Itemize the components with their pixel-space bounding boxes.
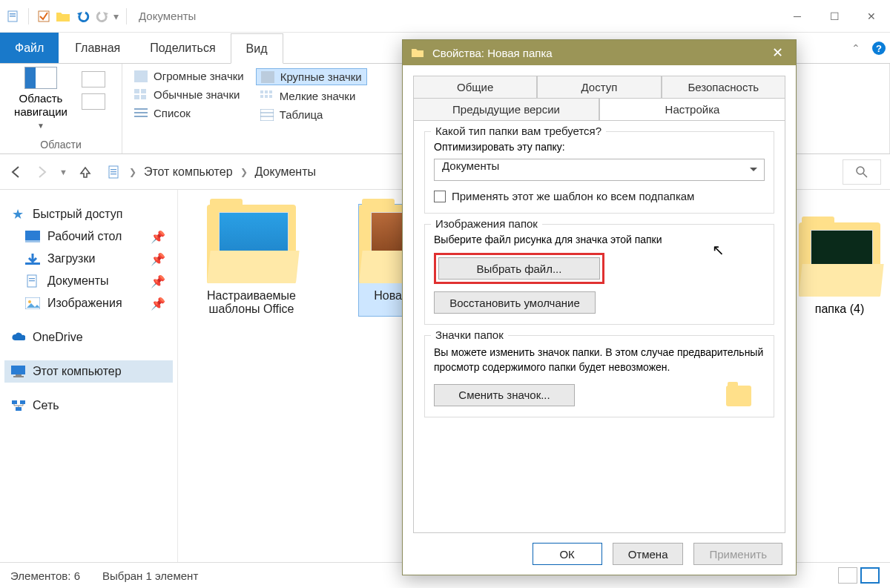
layout-large[interactable]: Крупные значки <box>256 68 367 85</box>
sidebar-onedrive[interactable]: OneDrive <box>4 326 173 348</box>
svg-point-35 <box>28 300 31 303</box>
pictures-icon <box>25 297 40 310</box>
properties-dialog: Свойства: Новая папка ✕ Общие Доступ Без… <box>402 39 797 575</box>
dialog-titlebar[interactable]: Свойства: Новая папка ✕ <box>403 40 796 65</box>
separator <box>126 8 127 24</box>
dialog-title: Свойства: Новая папка <box>432 47 553 59</box>
dialog-tab-security[interactable]: Безопасность <box>662 76 785 98</box>
svg-rect-14 <box>265 90 268 93</box>
dialog-tab-general[interactable]: Общие <box>413 76 537 98</box>
document-icon <box>107 165 122 179</box>
layout-medium[interactable]: Обычные значки <box>130 87 248 102</box>
search-icon <box>856 166 868 178</box>
ok-button[interactable]: ОК <box>533 543 602 565</box>
preview-pane-icon[interactable] <box>82 71 105 87</box>
svg-rect-11 <box>134 116 148 117</box>
tab-home[interactable]: Главная <box>60 33 135 63</box>
tab-share[interactable]: Поделиться <box>135 33 230 63</box>
layout-small[interactable]: Мелкие значки <box>256 88 367 104</box>
layout-list[interactable]: Список <box>130 105 248 121</box>
change-icon-button[interactable]: Сменить значок... <box>434 384 575 406</box>
label: Документы <box>47 274 108 288</box>
folder-icons-desc: Вы можете изменить значок папки. В этом … <box>434 345 765 375</box>
view-details-button[interactable] <box>838 567 857 584</box>
back-button[interactable] <box>9 165 24 179</box>
details-pane-icon[interactable] <box>82 93 105 110</box>
svg-rect-41 <box>16 407 22 411</box>
apply-subfolders-checkbox[interactable] <box>434 191 446 202</box>
label: Мелкие значки <box>280 90 356 102</box>
chevron-right-icon[interactable]: ❯ <box>129 167 136 177</box>
checkbox-icon[interactable] <box>36 10 51 23</box>
label: OneDrive <box>33 331 83 344</box>
sidebar-desktop[interactable]: Рабочий стол 📌 <box>4 225 173 248</box>
qat-dropdown-icon[interactable]: ▾ <box>113 10 119 22</box>
breadcrumb-root[interactable]: Этот компьютер <box>144 165 233 179</box>
maximize-button[interactable]: ☐ <box>816 0 853 33</box>
sidebar-network[interactable]: Сеть <box>4 394 173 417</box>
list-icon <box>134 108 148 119</box>
svg-rect-29 <box>25 240 40 242</box>
tab-file[interactable]: Файл <box>0 33 59 63</box>
search-box[interactable] <box>843 159 881 185</box>
svg-rect-39 <box>12 400 17 404</box>
svg-rect-33 <box>29 280 35 281</box>
navigation-pane-button[interactable]: Область навигации ▼ <box>7 67 74 130</box>
group-folder-icons: Значки папок Вы можете изменить значок п… <box>424 335 774 417</box>
undo-icon[interactable] <box>75 10 90 23</box>
tab-view[interactable]: Вид <box>231 33 283 64</box>
history-dropdown-icon[interactable]: ▼ <box>59 168 67 176</box>
properties-icon[interactable] <box>6 10 21 23</box>
svg-line-27 <box>863 174 867 177</box>
svg-rect-2 <box>10 16 16 17</box>
sidebar-downloads[interactable]: Загрузки 📌 <box>4 248 173 270</box>
ribbon-collapse-icon[interactable]: ⌃ <box>851 42 860 54</box>
apply-button[interactable]: Применить <box>693 543 782 565</box>
up-button[interactable] <box>78 165 93 179</box>
layout-huge[interactable]: Огромные значки <box>130 68 248 84</box>
chevron-right-icon[interactable]: ❯ <box>240 167 248 177</box>
documents-icon <box>25 274 40 288</box>
folder-item-4[interactable]: папка (4) <box>795 222 884 316</box>
label: Рабочий стол <box>47 230 122 243</box>
layout-table[interactable]: Таблица <box>256 107 367 122</box>
medium-icons-icon <box>134 89 148 101</box>
close-button[interactable]: ✕ <box>853 0 890 33</box>
folder-type-select[interactable]: Документы <box>434 159 765 181</box>
dialog-tab-previous-versions[interactable]: Предыдущие версии <box>413 98 599 121</box>
legend: Изображения папок <box>431 217 542 230</box>
label: Этот компьютер <box>33 365 122 378</box>
group-folder-type: Какой тип папки вам требуется? Оптимизир… <box>424 131 774 214</box>
svg-rect-15 <box>269 90 272 93</box>
optimize-label: Оптимизировать эту папку: <box>434 141 765 153</box>
choose-file-button[interactable]: Выбрать файл... <box>438 257 600 280</box>
minimize-button[interactable]: ─ <box>779 0 816 33</box>
sidebar-this-pc[interactable]: Этот компьютер <box>4 360 173 383</box>
restore-default-button[interactable]: Восстановить умолчание <box>434 291 596 314</box>
dialog-tab-customize[interactable]: Настройка <box>599 98 785 121</box>
breadcrumb-current[interactable]: Документы <box>255 165 316 179</box>
status-selection: Выбран 1 элемент <box>102 569 198 582</box>
star-icon: ★ <box>10 208 25 221</box>
forward-button[interactable] <box>34 165 49 179</box>
folder-icon <box>410 46 425 59</box>
folder-office-templates[interactable]: Настраиваемые шаблоны Office <box>188 205 314 316</box>
svg-rect-12 <box>261 71 274 83</box>
cursor-icon: ↖ <box>712 241 725 259</box>
svg-rect-16 <box>260 95 263 98</box>
sidebar-quick-access[interactable]: ★ Быстрый доступ <box>4 203 173 225</box>
dialog-tab-access[interactable]: Доступ <box>537 76 661 98</box>
small-icons-icon <box>260 90 274 102</box>
label: Изображения <box>47 297 122 310</box>
ribbon-group-label: Области <box>7 137 114 152</box>
help-icon[interactable]: ? <box>872 42 886 55</box>
cancel-button[interactable]: Отмена <box>613 543 684 565</box>
svg-rect-25 <box>111 174 116 174</box>
sidebar-documents[interactable]: Документы 📌 <box>4 270 173 292</box>
view-large-icons-button[interactable] <box>860 567 880 584</box>
redo-icon[interactable] <box>94 10 109 23</box>
svg-rect-1 <box>10 13 16 15</box>
sidebar-pictures[interactable]: Изображения 📌 <box>4 292 173 314</box>
dialog-close-button[interactable]: ✕ <box>766 44 788 61</box>
folder-icon[interactable] <box>56 10 70 23</box>
